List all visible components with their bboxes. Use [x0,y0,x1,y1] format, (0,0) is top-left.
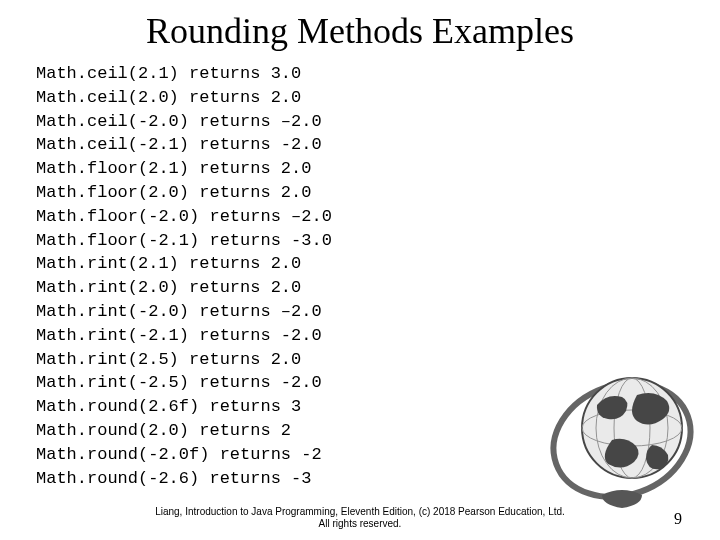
code-line: Math.floor(-2.0) returns –2.0 [36,205,720,229]
code-line: Math.rint(-2.1) returns -2.0 [36,324,720,348]
globe-decoration [542,350,702,510]
slide-title: Rounding Methods Examples [0,0,720,60]
footer-line-1: Liang, Introduction to Java Programming,… [0,506,720,518]
code-line: Math.floor(2.1) returns 2.0 [36,157,720,181]
page-number: 9 [674,510,682,528]
code-line: Math.ceil(2.0) returns 2.0 [36,86,720,110]
code-line: Math.rint(-2.0) returns –2.0 [36,300,720,324]
code-line: Math.floor(-2.1) returns -3.0 [36,229,720,253]
code-line: Math.ceil(-2.0) returns –2.0 [36,110,720,134]
code-line: Math.rint(2.0) returns 2.0 [36,276,720,300]
code-line: Math.ceil(-2.1) returns -2.0 [36,133,720,157]
code-line: Math.rint(2.1) returns 2.0 [36,252,720,276]
copyright-footer: Liang, Introduction to Java Programming,… [0,506,720,530]
code-line: Math.ceil(2.1) returns 3.0 [36,62,720,86]
code-line: Math.floor(2.0) returns 2.0 [36,181,720,205]
footer-line-2: All rights reserved. [0,518,720,530]
